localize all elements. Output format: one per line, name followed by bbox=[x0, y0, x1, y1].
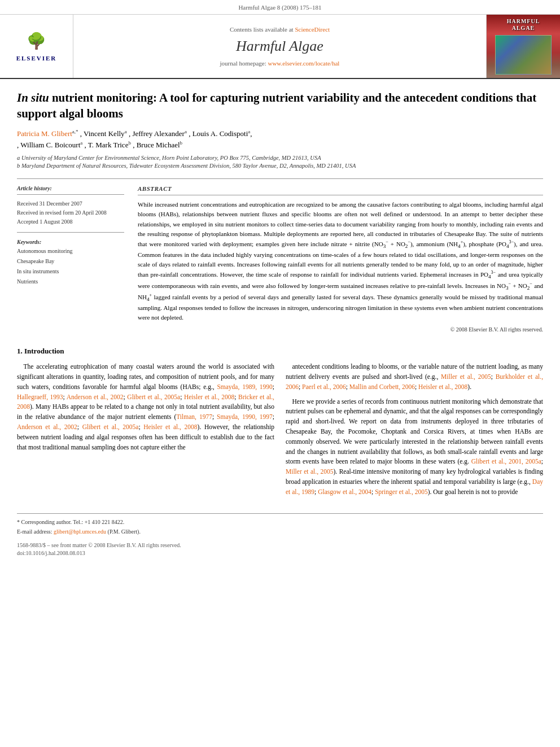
cover-title-harmful: HARMFUL bbox=[507, 18, 540, 25]
abstract-column: Abstract While increased nutrient concen… bbox=[138, 185, 543, 334]
keywords-heading: Keywords: bbox=[17, 238, 124, 246]
article-title-rest: nutrient monitoring: A tool for capturin… bbox=[17, 91, 536, 120]
elsevier-logo-area: 🌳 ELSEVIER bbox=[0, 15, 73, 78]
abstract-heading: Abstract bbox=[138, 185, 543, 195]
author3-name: , Jeffrey Alexander bbox=[129, 129, 185, 138]
cover-title-algae: ALGAE bbox=[512, 25, 535, 32]
journal-center: Contents lists available at ScienceDirec… bbox=[73, 15, 487, 78]
section-title-intro: 1. Introduction bbox=[17, 346, 543, 356]
author4-name: , Louis A. Codispoti bbox=[189, 129, 248, 138]
author1-name: Patricia M. Glibert bbox=[17, 129, 72, 138]
intro-para-right-2: Here we provide a series of records from… bbox=[286, 397, 543, 497]
email-address: glibert@hpl.umces.edu bbox=[54, 528, 106, 535]
article-history-label: Article history: bbox=[17, 185, 52, 191]
intro-col-left: The accelerating eutrophication of many … bbox=[17, 362, 274, 502]
tel-label: Tel.: bbox=[73, 519, 83, 525]
doi-line: doi:10.1016/j.hal.2008.08.013 bbox=[17, 549, 543, 557]
abstract-text: While increased nutrient concentrations … bbox=[138, 200, 543, 322]
homepage-url: www.elsevier.com/locate/hal bbox=[268, 60, 339, 67]
accepted-date: Accepted 1 August 2008 bbox=[17, 217, 124, 226]
author2-sup: a bbox=[125, 129, 127, 134]
author5-sup: a bbox=[80, 140, 82, 146]
copyright-line: © 2008 Elsevier B.V. All rights reserved… bbox=[138, 326, 543, 334]
divider-left bbox=[17, 232, 124, 233]
received-date: Received 31 December 2007 bbox=[17, 199, 124, 208]
keyword-2: Chesapeake Bay bbox=[17, 256, 124, 267]
affil-b: b Maryland Department of Natural Resourc… bbox=[17, 162, 543, 171]
author6-sup: b bbox=[128, 140, 131, 146]
cover-image bbox=[495, 35, 552, 75]
journal-title: Harmful Algae bbox=[236, 36, 323, 56]
intro-para-right-1: antecedent conditions leading to blooms,… bbox=[286, 362, 543, 392]
author1-sup: a,* bbox=[72, 129, 78, 134]
email-label: E-mail address: bbox=[17, 528, 52, 535]
comma4: , bbox=[250, 129, 252, 138]
article-title-italic: In situ bbox=[17, 91, 49, 104]
sciencedirect-line: Contents lists available at ScienceDirec… bbox=[230, 25, 330, 34]
authors-line: Patricia M. Gliberta,* , Vincent Kellya … bbox=[17, 128, 543, 151]
author5-name: , William C. Boicourt bbox=[17, 141, 80, 149]
elsevier-wordmark: ELSEVIER bbox=[16, 54, 57, 63]
article-history: Received 31 December 2007 Received in re… bbox=[17, 199, 124, 226]
article-info-column: Article history: Received 31 December 20… bbox=[17, 185, 124, 334]
intro-para-left: The accelerating eutrophication of many … bbox=[17, 362, 274, 452]
keyword-4: Nutrients bbox=[17, 277, 124, 287]
keywords-list: Autonomous monitoring Chesapeake Bay In … bbox=[17, 246, 124, 287]
journal-top-header: Harmful Algae 8 (2008) 175–181 bbox=[0, 0, 560, 15]
email-person: (P.M. Glibert). bbox=[108, 528, 141, 535]
journal-homepage: journal homepage: www.elsevier.com/locat… bbox=[220, 59, 340, 68]
journal-header-band: 🌳 ELSEVIER Contents lists available at S… bbox=[0, 15, 560, 79]
article-title: In situ nutrient monitoring: A tool for … bbox=[17, 90, 543, 121]
author7-sup: b bbox=[180, 140, 183, 146]
corresponding-label: Corresponding author. bbox=[21, 519, 72, 525]
footnote-star: * bbox=[17, 519, 20, 525]
divider-1 bbox=[17, 178, 543, 179]
author3-sup: a bbox=[185, 129, 187, 134]
author2-name: , Vincent Kelly bbox=[80, 129, 125, 138]
homepage-prefix: journal homepage: bbox=[220, 60, 268, 67]
footnote-area: * Corresponding author. Tel.: +1 410 221… bbox=[17, 513, 543, 536]
keyword-1: Autonomous monitoring bbox=[17, 246, 124, 256]
section-title-text: Introduction bbox=[24, 347, 64, 355]
tel-number: +1 410 221 8422. bbox=[85, 519, 125, 525]
journal-citation: Harmful Algae 8 (2008) 175–181 bbox=[238, 3, 321, 12]
email-note: E-mail address: glibert@hpl.umces.edu (P… bbox=[17, 528, 543, 536]
info-abstract-section: Article history: Received 31 December 20… bbox=[17, 185, 543, 334]
journal-codes: 1568-9883/$ – see front matter © 2008 El… bbox=[17, 541, 543, 557]
keyword-3: In situ instruments bbox=[17, 267, 124, 277]
intro-two-col: The accelerating eutrophication of many … bbox=[17, 362, 543, 502]
introduction-section: 1. Introduction The accelerating eutroph… bbox=[17, 346, 543, 502]
intro-col-right: antecedent conditions leading to blooms,… bbox=[286, 362, 543, 502]
section-number: 1. bbox=[17, 347, 23, 355]
sciencedirect-prefix: Contents lists available at bbox=[230, 26, 295, 33]
revised-date: Received in revised form 20 April 2008 bbox=[17, 208, 124, 217]
affiliations: a University of Maryland Center for Envi… bbox=[17, 154, 543, 171]
issn-line: 1568-9883/$ – see front matter © 2008 El… bbox=[17, 541, 543, 549]
author6-name: , T. Mark Trice bbox=[85, 141, 129, 149]
corresponding-author-note: * Corresponding author. Tel.: +1 410 221… bbox=[17, 518, 543, 526]
article-info-heading: Article history: bbox=[17, 185, 124, 195]
author7-name: , Bruce Michael bbox=[133, 141, 180, 149]
journal-cover: HARMFUL ALGAE bbox=[487, 15, 560, 78]
main-content: In situ nutrient monitoring: A tool for … bbox=[0, 79, 560, 568]
sciencedirect-link-text: ScienceDirect bbox=[295, 26, 330, 33]
keywords-section: Keywords: Autonomous monitoring Chesapea… bbox=[17, 238, 124, 287]
affil-a: a University of Maryland Center for Envi… bbox=[17, 154, 543, 163]
elsevier-tree-icon: 🌳 bbox=[27, 30, 46, 52]
